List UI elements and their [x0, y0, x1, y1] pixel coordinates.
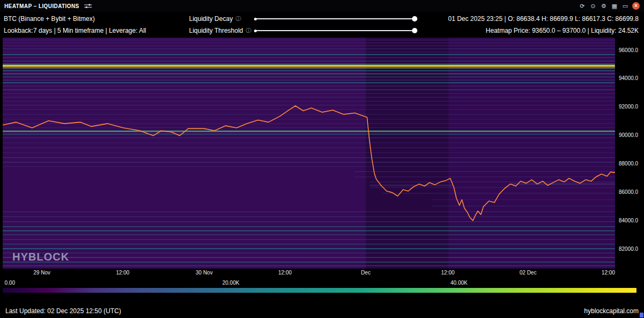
gear-icon[interactable]: ⚙ [600, 2, 607, 10]
time-tick: 12:00 [278, 270, 292, 276]
resize-handle[interactable] [640, 313, 643, 317]
price-tick: 86000.0 [619, 189, 638, 195]
titlebar-icons: ⟳⊙⚙▦▭× [578, 2, 640, 10]
chart-header: BTC (Binance + Bybit + Bitmex) Lookback:… [0, 12, 644, 38]
time-tick: 30 Nov [196, 270, 213, 276]
price-tick: 90000.0 [619, 132, 638, 138]
heatmap-columns [3, 38, 615, 269]
titlebar: HEATMAP – LIQUIDATIONS ⟳⊙⚙▦▭× [0, 0, 644, 12]
colorbar-tick: 0.00 [5, 280, 15, 286]
slider-track-start-dot [254, 30, 257, 32]
time-tick: 29 Nov [33, 270, 50, 276]
liquidity-threshold-label: Liquidity Threshold [189, 27, 243, 34]
instrument-info: BTC (Binance + Bybit + Bitmex) Lookback:… [4, 13, 146, 37]
liquidity-decay-slider[interactable] [255, 18, 415, 19]
time-tick: 12:00 [116, 270, 129, 276]
time-tick: 02 Dec [519, 270, 537, 276]
camera-icon[interactable]: ⊙ [589, 2, 597, 10]
liquidity-threshold-knob[interactable] [412, 28, 417, 33]
price-tick: 82000.0 [619, 246, 638, 252]
watermark: HYBLOCK [12, 251, 69, 263]
grid-icon[interactable]: ▦ [611, 2, 618, 10]
heatmap-plot[interactable]: HYBLOCK [3, 38, 615, 269]
candle-info: 01 Dec 2025 23:25 | O: 86638.4 H: 86699.… [448, 13, 639, 25]
ohlc-info: 01 Dec 2025 23:25 | O: 86638.4 H: 86699.… [448, 13, 639, 37]
liquidity-decay-knob[interactable] [412, 16, 417, 21]
heatmap-info: Heatmap Price: 93650.0 – 93700.0 | Liqui… [448, 25, 639, 37]
panel-title: HEATMAP – LIQUIDATIONS [4, 3, 79, 9]
liquidity-decay-row: Liquidity Decay ⓘ [189, 13, 418, 25]
last-updated-label: Last Updated: 02 Dec 2025 12:50 (UTC) [5, 307, 121, 315]
time-tick: Dec [361, 270, 371, 276]
time-axis: 29 Nov12:0030 Nov12:00Dec12:0002 Dec12:0… [3, 269, 615, 277]
price-axis: 96000.094000.092000.090000.088000.086000… [615, 38, 644, 269]
footer: Last Updated: 02 Dec 2025 12:50 (UTC) hy… [0, 303, 644, 318]
symbol-label: BTC (Binance + Bybit + Bitmex) [4, 13, 146, 25]
slider-track-start-dot [254, 18, 257, 20]
refresh-icon[interactable]: ⟳ [578, 2, 586, 10]
site-link[interactable]: hyblockcapital.com [584, 307, 639, 315]
liquidity-threshold-row: Liquidity Threshold ⓘ [189, 25, 418, 37]
colorbar-tick: 20.00K [222, 280, 240, 286]
colorbar-gradient [3, 288, 636, 293]
liquidity-threshold-slider[interactable] [255, 30, 415, 31]
colorbar-tick: 40.00K [451, 280, 468, 286]
time-tick: 12:00 [441, 270, 454, 276]
price-tick: 84000.0 [619, 218, 638, 223]
settings-label: Lookback:7 days | 5 Min timeframe | Leve… [4, 25, 146, 37]
slider-controls: Liquidity Decay ⓘ Liquidity Threshold ⓘ [189, 13, 418, 37]
info-icon[interactable]: ⓘ [246, 27, 251, 34]
close-icon[interactable]: × [632, 2, 640, 10]
window-icon[interactable]: ▭ [621, 2, 629, 10]
colorbar-labels: 0.0020.00K40.00K [3, 280, 636, 288]
liquidity-decay-label: Liquidity Decay [189, 15, 233, 23]
heatmap-canvas [3, 38, 615, 269]
filter-sliders-icon[interactable] [84, 3, 92, 9]
time-tick: 12:00 [602, 270, 615, 276]
price-tick: 94000.0 [619, 75, 638, 81]
price-tick: 96000.0 [619, 47, 638, 53]
info-icon[interactable]: ⓘ [235, 15, 241, 23]
price-tick: 88000.0 [619, 161, 638, 167]
price-tick: 92000.0 [619, 104, 638, 110]
chart-area: HYBLOCK 96000.094000.092000.090000.08800… [0, 38, 644, 269]
